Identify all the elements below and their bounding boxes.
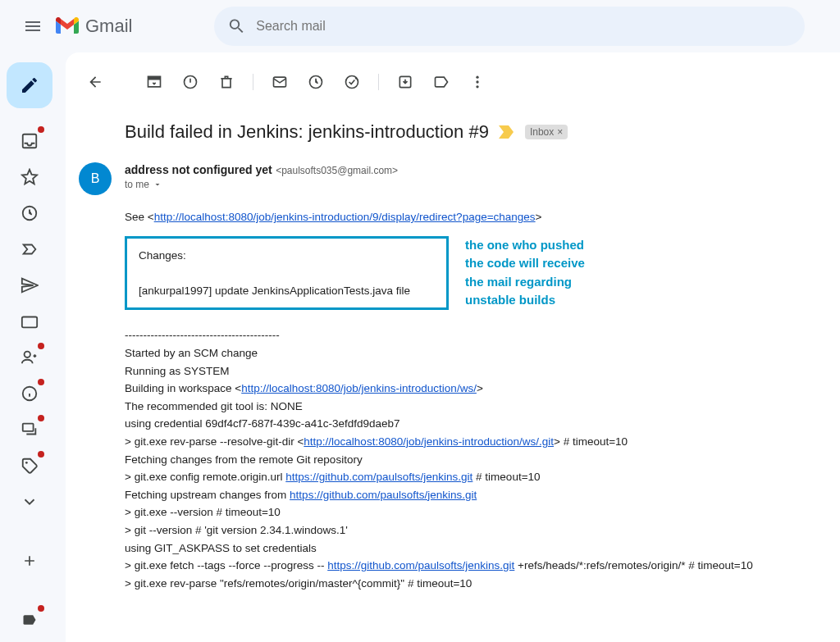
sidebar	[0, 52, 59, 642]
hamburger-icon	[23, 16, 43, 36]
see-link[interactable]: http://localhost:8080/job/jenkins-introd…	[154, 211, 536, 223]
upstream-link[interactable]: https://github.com/paulsofts/jenkins.git	[290, 489, 477, 501]
sidebar-forums[interactable]	[16, 417, 43, 443]
annotation-l2: the code will receive	[465, 254, 585, 273]
annotation-l1: the one who pushed	[465, 236, 585, 255]
inbox-icon	[21, 132, 39, 150]
recipient-text: to me	[125, 179, 149, 190]
more-button[interactable]	[461, 66, 494, 98]
sidebar-inbox[interactable]	[16, 128, 43, 154]
log-l10: > git.exe --version # timeout=10	[125, 503, 840, 521]
recipient-row[interactable]: to me	[125, 179, 840, 190]
logo-text: Gmail	[85, 16, 132, 37]
log-l5: using credential 69df4cf7-687f-439c-a41c…	[125, 415, 840, 433]
annotation-l3: the mail regarding	[465, 273, 585, 292]
label-icon	[433, 74, 450, 90]
forum-icon	[21, 421, 39, 439]
close-icon[interactable]: ×	[557, 126, 563, 138]
chevron-down-icon	[21, 493, 39, 511]
sidebar-snoozed[interactable]	[16, 200, 43, 226]
svg-point-8	[346, 76, 358, 89]
trash-icon	[218, 74, 235, 90]
main-menu-button[interactable]	[13, 7, 52, 46]
email-body: See <http://localhost:8080/job/jenkins-i…	[125, 208, 840, 592]
clock-icon	[308, 74, 324, 90]
dropdown-icon	[153, 180, 162, 189]
plus-icon	[21, 553, 38, 569]
important-flag-icon	[499, 125, 515, 139]
svg-point-12	[476, 85, 478, 88]
log-l1: Started by an SCM change	[125, 344, 840, 362]
archive-icon	[146, 74, 162, 90]
log-l2: Running as SYSTEM	[125, 362, 840, 380]
svg-point-4	[25, 462, 28, 464]
changes-box: Changes: [ankurpal1997] update JenkinsAp…	[125, 236, 449, 311]
sidebar-drafts[interactable]	[16, 308, 43, 335]
fetch-link[interactable]: https://github.com/paulsofts/jenkins.git	[327, 559, 514, 571]
svg-point-11	[476, 80, 478, 83]
log-l7: Fetching changes from the remote Git rep…	[125, 451, 840, 469]
sidebar-updates[interactable]	[16, 380, 43, 407]
back-button[interactable]	[79, 66, 112, 98]
arrow-back-icon	[87, 74, 103, 90]
changes-title: Changes:	[139, 247, 435, 265]
label-icon	[21, 612, 38, 628]
sidebar-important[interactable]	[16, 236, 43, 262]
star-icon	[21, 168, 39, 186]
header: Gmail	[0, 0, 840, 52]
mark-unread-button[interactable]	[263, 66, 296, 98]
gitdir-link[interactable]: http://localhost:8080/job/jenkins-introd…	[304, 435, 554, 448]
search-input[interactable]	[256, 19, 792, 34]
spam-icon	[182, 74, 199, 90]
gmail-logo[interactable]: Gmail	[56, 16, 132, 37]
compose-button[interactable]	[7, 62, 52, 108]
important-marker[interactable]	[499, 125, 515, 139]
email-toolbar	[66, 59, 840, 105]
pencil-icon	[20, 75, 39, 95]
search-icon	[227, 16, 246, 36]
svg-point-10	[476, 76, 478, 79]
sidebar-starred[interactable]	[16, 164, 43, 190]
add-task-button[interactable]	[336, 66, 368, 98]
sidebar-more[interactable]	[16, 489, 43, 515]
sidebar-social[interactable]	[16, 344, 43, 371]
archive-button[interactable]	[138, 66, 171, 98]
sender-email: <paulsofts035@gmail.com>	[276, 165, 398, 176]
more-vert-icon	[469, 74, 486, 90]
ws-link[interactable]: http://localhost:8080/job/jenkins-introd…	[241, 382, 477, 394]
email-body-wrap: Build failed in Jenkins: jenkins-introdu…	[66, 105, 840, 592]
tag-icon	[21, 457, 39, 475]
log-l4: The recommended git tool is: NONE	[125, 398, 840, 416]
spam-button[interactable]	[174, 66, 207, 98]
delete-button[interactable]	[210, 66, 243, 98]
badge-label: Inbox	[530, 126, 554, 138]
send-icon	[21, 276, 39, 294]
search-box[interactable]	[214, 7, 805, 46]
labels-button[interactable]	[425, 66, 458, 98]
svg-rect-3	[23, 424, 34, 431]
changes-line: [ankurpal1997] update JenkinsApplication…	[139, 282, 435, 300]
mail-icon	[272, 74, 288, 90]
main-area: Build failed in Jenkins: jenkins-introdu…	[0, 52, 840, 642]
remote-link[interactable]: https://github.com/paulsofts/jenkins.git	[285, 471, 472, 483]
sidebar-new-label[interactable]	[16, 548, 43, 574]
log-l14: > git.exe rev-parse "refs/remotes/origin…	[125, 575, 840, 593]
annotation-l4: unstable builds	[465, 291, 585, 310]
log-l12: using GIT_ASKPASS to set credentials	[125, 540, 840, 558]
log-divider: ----------------------------------------…	[125, 326, 840, 344]
log-block: ----------------------------------------…	[125, 326, 840, 592]
info-icon	[21, 385, 39, 403]
move-button[interactable]	[389, 66, 422, 98]
people-icon	[21, 348, 39, 367]
sender-info: address not configured yet <paulsofts035…	[125, 162, 840, 190]
inbox-badge[interactable]: Inbox ×	[525, 125, 568, 139]
sidebar-promotions[interactable]	[16, 453, 43, 479]
snooze-button[interactable]	[299, 66, 332, 98]
sender-avatar: B	[79, 162, 112, 195]
sidebar-sent[interactable]	[16, 272, 43, 298]
important-icon	[21, 240, 39, 258]
sender-name: address not configured yet	[125, 163, 272, 176]
see-prefix: See <	[125, 211, 154, 223]
annotation: the one who pushed the code will receive…	[465, 236, 585, 310]
sidebar-label[interactable]	[16, 607, 43, 633]
